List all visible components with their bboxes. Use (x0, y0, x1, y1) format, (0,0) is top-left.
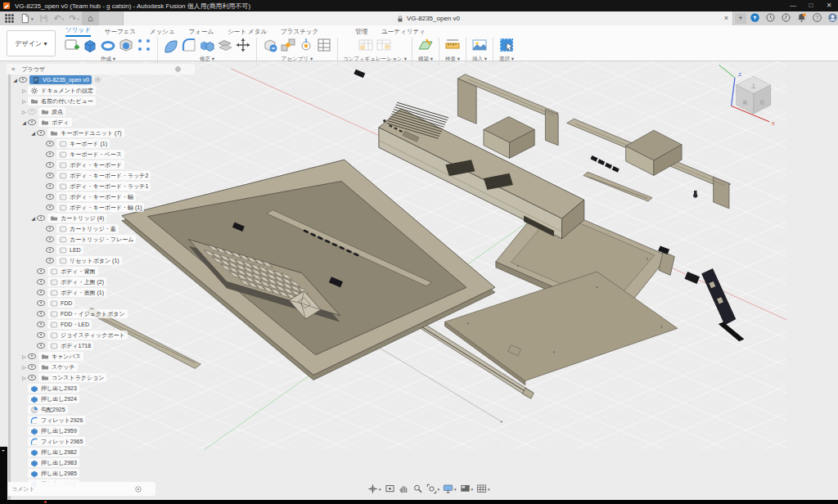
browser-item[interactable]: ボディ1718 (7, 340, 195, 351)
bom-button[interactable] (316, 37, 332, 55)
browser-item[interactable]: ボディ・キーボード (7, 160, 195, 170)
joint-button[interactable] (280, 37, 296, 55)
visibility-eye-icon[interactable] (28, 353, 36, 359)
visibility-eye-icon[interactable] (37, 311, 45, 317)
move-button[interactable] (235, 37, 251, 55)
home-button[interactable]: ⌂ (82, 11, 99, 25)
create-sketch-button[interactable] (64, 37, 80, 55)
browser-item[interactable]: 押し出し2985 (7, 468, 195, 479)
browser-item[interactable]: ボディ・背面 (7, 266, 195, 277)
browser-item[interactable]: FDD・イジェクトボタン (7, 308, 195, 319)
tree-arrow-open-icon[interactable]: ◢ (29, 130, 37, 136)
browser-item[interactable]: LED (7, 245, 195, 255)
tree-arrow-open-icon[interactable]: ◢ (20, 119, 28, 125)
document-tab-close-icon[interactable]: × (724, 13, 728, 24)
visibility-eye-icon[interactable] (37, 322, 45, 327)
browser-item[interactable]: FDD・LED (7, 319, 195, 330)
browser-item[interactable]: ボディ・底面 (1) (7, 287, 195, 298)
ribbon-group-label[interactable]: コンフィギュレーション ▾ (343, 56, 407, 63)
display-settings-button[interactable]: ▾ (443, 484, 457, 494)
browser-item[interactable]: 押し出し2983 (7, 457, 195, 468)
tree-arrow-closed-icon[interactable]: ▷ (20, 375, 28, 380)
browser-item[interactable]: ▷ドキュメントの設定 (7, 85, 195, 96)
ribbon-group-label[interactable]: 選択 ▾ (499, 56, 514, 63)
browser-item[interactable]: 押し出し2924 (7, 394, 195, 404)
visibility-eye-icon[interactable] (37, 343, 45, 349)
select-button[interactable] (498, 37, 515, 55)
replace-face-button[interactable] (217, 37, 233, 55)
visibility-eye-icon[interactable] (46, 247, 54, 253)
visibility-eye-icon[interactable] (28, 375, 36, 380)
ribbon-group-label[interactable]: 検査 ▾ (445, 56, 460, 63)
comment-bar[interactable]: コメント (3, 482, 155, 496)
ribbon-tab-プラスチック[interactable]: プラスチック (281, 28, 318, 37)
tree-arrow-closed-icon[interactable]: ▷ (20, 109, 28, 115)
browser-item[interactable]: ボディ・キーボード・軸 (1) (7, 202, 195, 213)
browser-item[interactable]: 押し出し2982 (7, 447, 195, 457)
profile-button[interactable] (827, 11, 838, 26)
tree-arrow-closed-icon[interactable]: ▷ (20, 353, 28, 359)
ribbon-tab-管理[interactable]: 管理 (355, 28, 367, 37)
pan-button[interactable] (399, 484, 409, 494)
file-new-button[interactable]: ▾ (17, 11, 36, 25)
visibility-eye-icon[interactable] (37, 215, 45, 221)
redo-button[interactable]: ↷▾ (66, 11, 82, 25)
visibility-eye-icon[interactable] (46, 258, 54, 263)
browser-item[interactable]: リセットボタン (1) (7, 255, 195, 266)
notifications-button[interactable] (796, 11, 807, 26)
browser-panel-handle[interactable] (8, 74, 11, 500)
browser-item[interactable]: キーボード (1) (7, 138, 195, 149)
visibility-eye-icon[interactable] (46, 226, 54, 232)
visibility-eye-icon[interactable] (46, 151, 54, 157)
history-button[interactable] (765, 11, 776, 26)
browser-item[interactable]: ◢キーボードユニット (7) (7, 128, 195, 138)
tree-arrow-closed-icon[interactable]: ▷ (20, 364, 28, 370)
browser-item[interactable]: 押し出し2923 (7, 383, 195, 394)
browser-item[interactable]: フィレット2965 (7, 436, 195, 447)
windows-taskbar[interactable] (0, 500, 838, 504)
browser-item[interactable]: ボディ・キーボード・軸 (7, 191, 195, 202)
new-component-button[interactable] (262, 37, 278, 55)
document-tab[interactable]: VG-8235_open v0 × (123, 11, 733, 25)
browser-item[interactable]: ◢カートリッジ (4) (7, 213, 195, 223)
recent-button[interactable] (781, 11, 791, 26)
zoom-button[interactable] (412, 484, 423, 494)
ribbon-tab-フォーム[interactable]: フォーム (189, 28, 214, 37)
browser-item[interactable]: ボディ・キーボード・ラッチ1 (7, 181, 195, 191)
visibility-eye-icon[interactable] (28, 119, 36, 125)
ribbon-tab-ユーティリティ[interactable]: ユーティリティ (381, 28, 426, 37)
maximize-button[interactable]: □ (802, 0, 820, 11)
browser-item[interactable]: キーボード・ベース (7, 149, 195, 160)
extrude-button[interactable] (82, 37, 98, 55)
visibility-eye-icon[interactable] (46, 173, 54, 178)
visibility-eye-icon[interactable] (37, 332, 45, 338)
fillet-button[interactable] (181, 37, 197, 55)
help-button[interactable]: ? (812, 11, 822, 26)
browser-item[interactable]: FDD (7, 298, 195, 308)
orbit-button[interactable]: ▾ (367, 484, 381, 494)
fit-button[interactable]: ▾ (426, 484, 440, 494)
ribbon-group-label[interactable]: アセンブリ ▾ (282, 56, 313, 63)
visibility-eye-icon[interactable] (37, 130, 45, 136)
save-button[interactable] (36, 11, 52, 25)
press-pull-button[interactable] (163, 37, 179, 55)
tree-arrow-open-icon[interactable]: ◢ (11, 77, 19, 83)
app-grid-button[interactable] (2, 11, 17, 25)
viewports-button[interactable]: ▾ (460, 484, 474, 494)
visibility-eye-icon[interactable] (28, 364, 36, 370)
browser-item[interactable]: カートリッジ・蓋 (7, 223, 195, 234)
browser-item[interactable]: ▷キャンバス (7, 351, 195, 362)
design-workspace-menu[interactable]: デザイン ▾ (7, 30, 56, 56)
construct-plane-button[interactable] (417, 37, 434, 55)
browser-item[interactable]: ◢ボディ (7, 117, 195, 128)
browser-item[interactable]: 押し出し2959 (7, 425, 195, 436)
browser-item[interactable]: ▷原点 (7, 106, 195, 117)
primitive-button[interactable] (118, 37, 134, 55)
ribbon-group-label[interactable]: 構築 ▾ (418, 56, 433, 63)
minimize-button[interactable]: — (784, 0, 802, 11)
tree-arrow-closed-icon[interactable]: ▷ (20, 88, 28, 93)
grid-settings-button[interactable]: ▾ (476, 484, 490, 494)
revolve-button[interactable] (100, 37, 116, 55)
browser-item[interactable]: ▷コンストラクション (7, 372, 195, 383)
close-button[interactable]: ✕ (820, 0, 838, 11)
